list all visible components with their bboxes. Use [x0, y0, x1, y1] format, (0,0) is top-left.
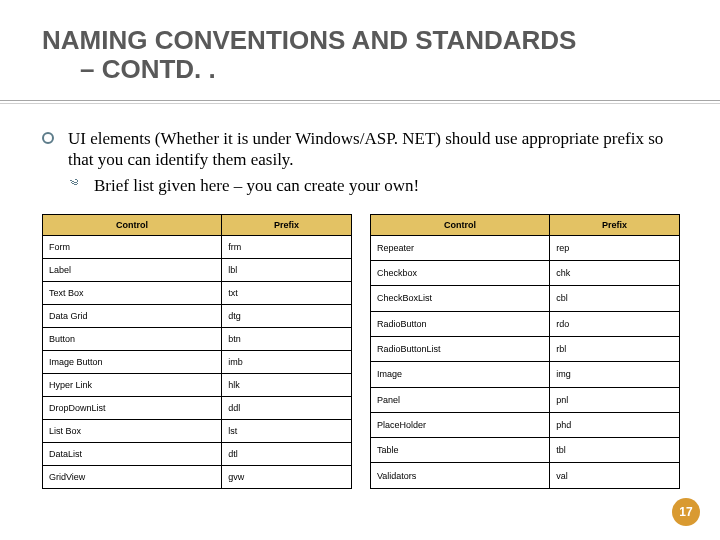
cell-prefix: gvw	[222, 465, 352, 488]
cell-control: Repeater	[371, 235, 550, 260]
cell-control: CheckBoxList	[371, 286, 550, 311]
header-prefix: Prefix	[222, 214, 352, 235]
table-row: Labellbl	[43, 258, 352, 281]
cell-prefix: dtg	[222, 304, 352, 327]
cell-control: Hyper Link	[43, 373, 222, 396]
title-line2: – CONTD. .	[42, 55, 720, 84]
cell-control: PlaceHolder	[371, 412, 550, 437]
cell-control: Image Button	[43, 350, 222, 373]
cell-control: Button	[43, 327, 222, 350]
table-row: Data Griddtg	[43, 304, 352, 327]
table-row: Validatorsval	[371, 463, 680, 488]
table-row: CheckBoxListcbl	[371, 286, 680, 311]
slide-title: NAMING CONVENTIONS AND STANDARDS – CONTD…	[42, 0, 720, 83]
table-row: PlaceHolderphd	[371, 412, 680, 437]
cell-control: Data Grid	[43, 304, 222, 327]
cell-prefix: phd	[550, 412, 680, 437]
table-row: Formfrm	[43, 235, 352, 258]
cell-prefix: img	[550, 362, 680, 387]
right-prefix-table: Control Prefix RepeaterrepCheckboxchkChe…	[370, 214, 680, 489]
table-row: Panelpnl	[371, 387, 680, 412]
cell-prefix: tbl	[550, 438, 680, 463]
cell-prefix: hlk	[222, 373, 352, 396]
header-control: Control	[43, 214, 222, 235]
cell-control: Text Box	[43, 281, 222, 304]
divider-line-2	[0, 103, 720, 104]
body-area: UI elements (Whether it is under Windows…	[0, 110, 720, 489]
title-area: NAMING CONVENTIONS AND STANDARDS – CONTD…	[0, 0, 720, 110]
left-prefix-table: Control Prefix FormfrmLabellblText Boxtx…	[42, 214, 352, 489]
cell-prefix: dtl	[222, 442, 352, 465]
bullet-main-row: UI elements (Whether it is under Windows…	[42, 128, 690, 171]
table-row: Image Buttonimb	[43, 350, 352, 373]
cell-control: DataList	[43, 442, 222, 465]
cell-control: GridView	[43, 465, 222, 488]
cell-control: Label	[43, 258, 222, 281]
cell-control: DropDownList	[43, 396, 222, 419]
bullet-main-text: UI elements (Whether it is under Windows…	[68, 128, 690, 171]
title-line1: NAMING CONVENTIONS AND STANDARDS	[42, 25, 576, 55]
page-number-badge: 17	[672, 498, 700, 526]
bullet-sub-row: ༄ Brief list given here – you can create…	[70, 175, 690, 196]
cell-prefix: txt	[222, 281, 352, 304]
cell-control: Panel	[371, 387, 550, 412]
cell-prefix: rdo	[550, 311, 680, 336]
header-control: Control	[371, 214, 550, 235]
bullet-sub-text: Brief list given here – you can create y…	[94, 175, 419, 196]
table-row: Buttonbtn	[43, 327, 352, 350]
table-row: List Boxlst	[43, 419, 352, 442]
cell-control: Form	[43, 235, 222, 258]
table-row: RadioButtonListrbl	[371, 336, 680, 361]
cell-prefix: lst	[222, 419, 352, 442]
divider-line-1	[0, 100, 720, 101]
page-number: 17	[679, 505, 692, 519]
cell-prefix: frm	[222, 235, 352, 258]
table-row: Imageimg	[371, 362, 680, 387]
cell-control: Checkbox	[371, 261, 550, 286]
cell-prefix: ddl	[222, 396, 352, 419]
table-row: DropDownListddl	[43, 396, 352, 419]
table-row: RadioButtonrdo	[371, 311, 680, 336]
header-prefix: Prefix	[550, 214, 680, 235]
table-row: Tabletbl	[371, 438, 680, 463]
circle-bullet-icon	[42, 132, 54, 144]
table-row: Repeaterrep	[371, 235, 680, 260]
left-table-body: FormfrmLabellblText BoxtxtData GriddtgBu…	[43, 235, 352, 488]
slide: NAMING CONVENTIONS AND STANDARDS – CONTD…	[0, 0, 720, 540]
table-header-row: Control Prefix	[371, 214, 680, 235]
cell-prefix: chk	[550, 261, 680, 286]
cell-prefix: lbl	[222, 258, 352, 281]
cell-control: Image	[371, 362, 550, 387]
right-table-body: RepeaterrepCheckboxchkCheckBoxListcblRad…	[371, 235, 680, 488]
cell-control: Table	[371, 438, 550, 463]
cell-control: RadioButtonList	[371, 336, 550, 361]
table-row: DataListdtl	[43, 442, 352, 465]
cell-control: RadioButton	[371, 311, 550, 336]
table-row: Hyper Linkhlk	[43, 373, 352, 396]
table-header-row: Control Prefix	[43, 214, 352, 235]
cell-prefix: rbl	[550, 336, 680, 361]
cell-prefix: val	[550, 463, 680, 488]
cell-prefix: pnl	[550, 387, 680, 412]
swirl-bullet-icon: ༄	[70, 175, 78, 193]
table-row: Text Boxtxt	[43, 281, 352, 304]
cell-prefix: imb	[222, 350, 352, 373]
table-row: GridViewgvw	[43, 465, 352, 488]
table-row: Checkboxchk	[371, 261, 680, 286]
tables-container: Control Prefix FormfrmLabellblText Boxtx…	[42, 214, 690, 489]
cell-prefix: btn	[222, 327, 352, 350]
cell-control: List Box	[43, 419, 222, 442]
cell-control: Validators	[371, 463, 550, 488]
cell-prefix: cbl	[550, 286, 680, 311]
cell-prefix: rep	[550, 235, 680, 260]
